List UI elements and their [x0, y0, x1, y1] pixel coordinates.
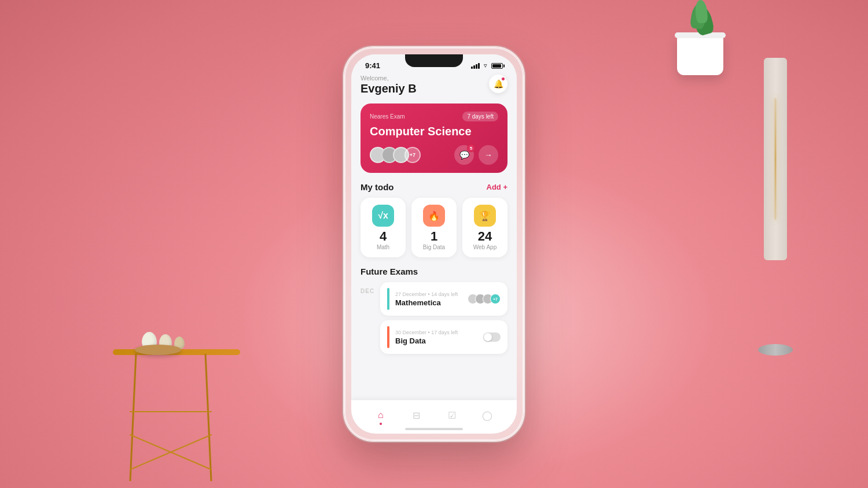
todo-card-webapp[interactable]: 🏆 24 Web App — [462, 198, 507, 257]
chat-icon: 💬 — [459, 150, 469, 160]
toggle-knob — [484, 333, 492, 341]
todo-cards: √x 4 Math 🔥 1 Big Data — [361, 198, 507, 257]
screen-content: Welcome, Evgeniy B 🔔 Neares Exam 7 days … — [351, 72, 517, 423]
toggle-switch[interactable] — [483, 332, 501, 342]
todo-label-bigdata: Big Data — [423, 244, 445, 250]
notification-badge — [501, 77, 505, 81]
chat-button[interactable]: 💬 5 — [454, 145, 474, 165]
go-button[interactable]: → — [479, 145, 498, 165]
exam-actions: 💬 5 → — [454, 145, 498, 165]
exam-item-mathemetica[interactable]: 27 December • 14 days left Mathemetica — [380, 282, 507, 316]
todo-card-bigdata[interactable]: 🔥 1 Big Data — [411, 198, 457, 257]
todo-count-bigdata: 1 — [431, 230, 437, 243]
nav-active-dot — [380, 423, 382, 425]
exam-item-content: 27 December • 14 days left Mathemetica — [395, 291, 462, 307]
user-name: Evgeniy B — [361, 82, 417, 95]
exam-list: 27 December • 14 days left Mathemetica — [380, 282, 507, 354]
todo-icon-webapp: 🏆 — [474, 205, 496, 227]
exam-footer: +7 💬 5 → — [370, 145, 498, 165]
phone-screen: 9:41 ▿ — [351, 54, 517, 434]
status-icons: ▿ — [471, 62, 503, 69]
todo-title: My todo — [361, 182, 394, 192]
exam-item-right-bigdata — [483, 332, 501, 342]
svg-line-1 — [205, 354, 211, 481]
decorative-lamp — [729, 58, 822, 347]
exam-item-meta: 27 December • 14 days left — [395, 291, 462, 297]
home-indicator — [405, 428, 463, 430]
nav-item-calendar[interactable]: ⊟ — [410, 409, 422, 425]
exam-item-right: +7 — [468, 294, 501, 304]
exam-item-name: Mathemetica — [395, 298, 462, 307]
exam-label: Neares Exam — [370, 113, 405, 120]
nav-inactive-dot — [451, 423, 453, 425]
svg-line-0 — [130, 354, 136, 481]
notification-button[interactable]: 🔔 — [489, 75, 507, 93]
nav-item-home[interactable]: ⌂ — [374, 409, 387, 425]
notch — [405, 54, 463, 67]
tasks-icon: ☑ — [446, 409, 458, 422]
exam-card-header: Neares Exam 7 days left — [370, 112, 498, 121]
todo-icon-math: √x — [372, 205, 394, 227]
phone-frame: 9:41 ▿ — [344, 47, 524, 441]
decorative-plant — [677, 35, 723, 75]
todo-label-math: Math — [377, 244, 389, 250]
small-avatar-count: +7 — [490, 294, 501, 304]
exam-title: Computer Science — [370, 125, 498, 138]
exam-item-content: 30 December • 17 days left Big Data — [395, 330, 477, 345]
avatar-count: +7 — [404, 147, 421, 163]
nav-item-profile[interactable]: ◯ — [481, 409, 494, 425]
battery-icon — [491, 63, 503, 69]
welcome-label: Welcome, — [361, 75, 417, 82]
exam-item-meta: 30 December • 17 days left — [395, 330, 477, 335]
nav-inactive-dot — [486, 423, 488, 425]
todo-card-math[interactable]: √x 4 Math — [361, 198, 406, 257]
days-left-badge: 7 days left — [462, 112, 498, 121]
exam-month-label: DEC — [361, 282, 374, 294]
small-avatars: +7 — [468, 294, 501, 304]
toggle-wrap — [483, 332, 501, 342]
todo-label-webapp: Web App — [473, 244, 496, 250]
exam-card[interactable]: Neares Exam 7 days left Computer Science… — [361, 103, 507, 173]
arrow-icon: → — [484, 150, 492, 160]
exam-color-bar — [387, 326, 389, 348]
chat-badge: 5 — [467, 144, 475, 152]
todo-section-header: My todo Add + — [361, 182, 507, 192]
wifi-icon: ▿ — [484, 62, 487, 69]
avatar-stack: +7 — [370, 147, 416, 163]
home-icon: ⌂ — [374, 409, 387, 422]
exam-item-bigdata[interactable]: 30 December • 17 days left Big Data — [380, 320, 507, 354]
profile-icon: ◯ — [481, 409, 494, 422]
todo-count-webapp: 24 — [478, 230, 492, 243]
status-time: 9:41 — [365, 61, 380, 70]
exam-item-name: Big Data — [395, 337, 477, 345]
nav-inactive-dot — [415, 423, 417, 425]
add-todo-button[interactable]: Add + — [487, 183, 507, 191]
todo-count-math: 4 — [380, 230, 387, 243]
signal-icon — [471, 63, 480, 69]
future-exams-title: Future Exams — [361, 267, 507, 276]
exam-color-bar — [387, 288, 389, 310]
calendar-icon: ⊟ — [410, 409, 422, 422]
nav-item-tasks[interactable]: ☑ — [446, 409, 458, 425]
app-header: Welcome, Evgeniy B 🔔 — [361, 72, 507, 95]
todo-icon-bigdata: 🔥 — [423, 205, 445, 227]
